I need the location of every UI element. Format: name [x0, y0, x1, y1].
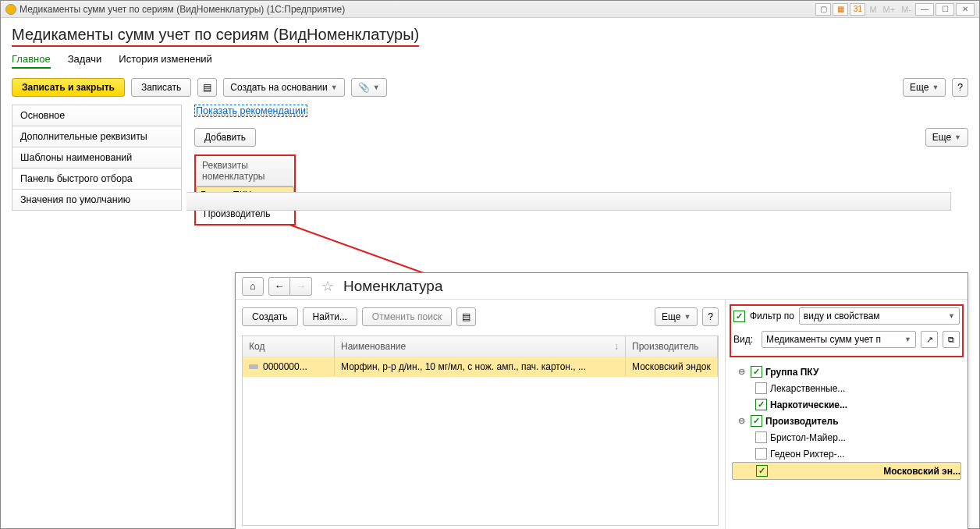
grid-row[interactable]: 0000000... Морфин, р-р д/ин., 10 мг/мл, …: [243, 357, 718, 377]
mem-mplus[interactable]: M+: [881, 5, 898, 14]
nav-tasks[interactable]: Задачи: [68, 53, 102, 69]
view-label: Вид:: [733, 334, 757, 345]
tree-pku-narco[interactable]: ✓Наркотические...: [732, 396, 961, 413]
top-nav: Главное Задачи История изменений: [12, 53, 968, 69]
add-button[interactable]: Добавить: [194, 128, 256, 147]
close-button[interactable]: ✕: [956, 3, 975, 16]
help-button[interactable]: ?: [952, 78, 968, 97]
back-button[interactable]: ←: [268, 277, 290, 296]
col-name[interactable]: Наименование↓: [335, 336, 626, 357]
find-button[interactable]: Найти...: [303, 307, 357, 326]
mem-m[interactable]: M: [867, 5, 879, 14]
page-title: Медикаменты сумм учет по сериям (ВидНоме…: [12, 26, 419, 47]
copy-button[interactable]: ⧉: [943, 331, 960, 348]
rekv-header-ext: [186, 192, 951, 211]
tree-manuf[interactable]: ⊖✓Производитель: [732, 413, 961, 429]
maximize-button[interactable]: ☐: [936, 3, 954, 16]
inner-title: Номенклатура: [343, 278, 443, 295]
nav-main[interactable]: Главное: [12, 53, 51, 69]
data-grid[interactable]: Код Наименование↓ Производитель 0000000.…: [242, 336, 719, 526]
app-window: Медикаменты сумм учет по сериям (ВидНоме…: [0, 0, 980, 529]
save-button[interactable]: Записать: [131, 78, 191, 97]
mem-mminus[interactable]: M-: [899, 5, 914, 14]
nav-history[interactable]: История изменений: [119, 53, 212, 69]
open-button[interactable]: ↗: [921, 331, 938, 348]
menu-main[interactable]: Основное: [12, 105, 182, 126]
nomenclature-window: ⌂ ← → ☆ Номенклатура Создать Найти... От…: [235, 272, 968, 529]
attach-button[interactable]: 📎▼: [351, 78, 387, 97]
filter-select[interactable]: виду и свойствам▼: [799, 307, 960, 325]
menu-defaults[interactable]: Значения по умолчанию: [12, 189, 182, 211]
rekv-table: Реквизиты номенклатуры Группа ПКУ Произв…: [194, 154, 296, 225]
create-based-button[interactable]: Создать на основании▼: [223, 78, 344, 97]
app-icon: [5, 4, 16, 15]
titlebar: Медикаменты сумм учет по сериям (ВидНоме…: [1, 1, 979, 18]
filter-tree: ⊖✓Группа ПКУ ✓Лекарственные... ✓Наркотич…: [732, 364, 961, 480]
save-close-button[interactable]: Записать и закрыть: [12, 78, 125, 97]
tree-moscow[interactable]: ✓Московский эн...: [732, 462, 961, 480]
tree-gedeon[interactable]: ✓Гедеон Рихтер-...: [732, 446, 961, 462]
grid-help-button[interactable]: ?: [702, 307, 719, 326]
list-icon2[interactable]: ▤: [456, 307, 476, 326]
grid-more-button[interactable]: Еще▼: [655, 307, 698, 326]
rekv-header: Реквизиты номенклатуры: [196, 156, 294, 186]
tree-bristol[interactable]: ✓Бристол-Майер...: [732, 429, 961, 446]
left-menu: Основное Дополнительные реквизиты Шаблон…: [12, 105, 182, 225]
col-code[interactable]: Код: [243, 336, 335, 357]
tb-icon1[interactable]: ▢: [815, 3, 831, 16]
window-title: Медикаменты сумм учет по сериям (ВидНоме…: [20, 4, 345, 15]
show-recommend-link[interactable]: Показать рекомендации: [194, 105, 307, 117]
tb-calc-icon[interactable]: ▦: [833, 3, 848, 16]
tb-calendar-icon[interactable]: 31: [850, 3, 865, 16]
minimize-button[interactable]: —: [915, 3, 934, 16]
main-toolbar: Записать и закрыть Записать ▤ Создать на…: [12, 78, 968, 97]
fwd-button[interactable]: →: [290, 277, 312, 296]
create-button[interactable]: Создать: [242, 307, 298, 326]
row-icon: [249, 364, 258, 369]
view-select[interactable]: Медикаменты сумм учет п▼: [762, 331, 916, 348]
col-manuf[interactable]: Производитель: [626, 336, 718, 357]
star-icon[interactable]: ☆: [321, 278, 334, 295]
cancel-find-button[interactable]: Отменить поиск: [362, 307, 452, 326]
filter-label: Фильтр по: [750, 311, 794, 321]
menu-quickfilter[interactable]: Панель быстрого отбора: [12, 168, 182, 189]
list-icon-button[interactable]: ▤: [197, 78, 217, 97]
more-button[interactable]: Еще▼: [903, 78, 946, 97]
home-button[interactable]: ⌂: [242, 277, 264, 296]
sub-more-button[interactable]: Еще▼: [925, 128, 968, 147]
tree-pku[interactable]: ⊖✓Группа ПКУ: [732, 364, 961, 380]
menu-extra[interactable]: Дополнительные реквизиты: [12, 126, 182, 147]
tree-pku-med[interactable]: ✓Лекарственные...: [732, 380, 961, 396]
filter-check[interactable]: ✓: [733, 311, 745, 322]
menu-templates[interactable]: Шаблоны наименований: [12, 147, 182, 168]
